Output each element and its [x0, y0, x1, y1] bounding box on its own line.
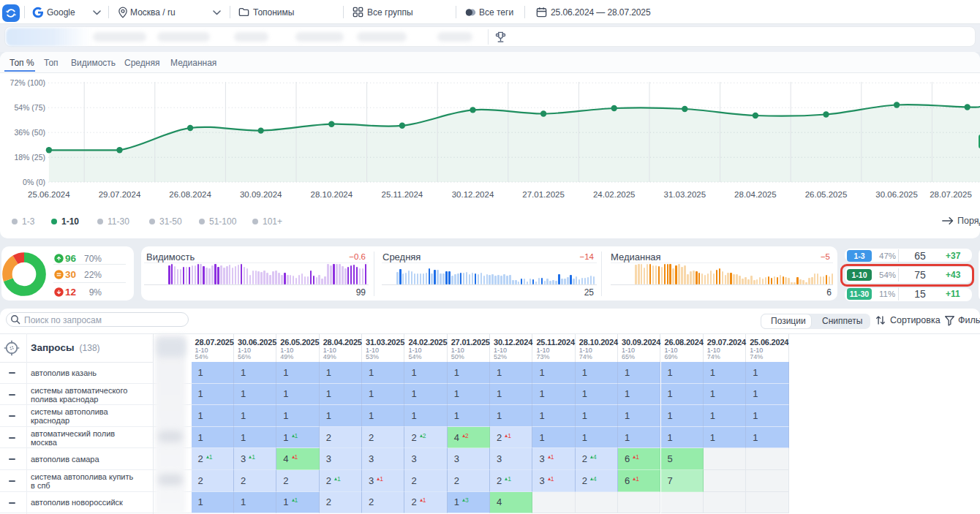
svg-text:26.08.2024: 26.08.2024: [169, 190, 211, 199]
svg-text:25.06.2024: 25.06.2024: [28, 190, 70, 199]
svg-text:29.07.2024: 29.07.2024: [99, 190, 141, 199]
svg-text:54% (75): 54% (75): [14, 103, 45, 112]
svg-text:30.06.2025: 30.06.2025: [875, 190, 918, 199]
svg-text:25.11.2024: 25.11.2024: [382, 190, 423, 199]
svg-text:18% (25): 18% (25): [14, 153, 45, 162]
svg-text:0% (0): 0% (0): [23, 178, 45, 186]
svg-text:31.03.2025: 31.03.2025: [664, 190, 706, 199]
svg-text:28.04.2025: 28.04.2025: [734, 190, 777, 199]
svg-text:36% (50): 36% (50): [14, 128, 45, 137]
svg-text:30.12.2024: 30.12.2024: [452, 190, 494, 199]
svg-text:30.09.2024: 30.09.2024: [240, 190, 282, 199]
svg-text:27.01.2025: 27.01.2025: [522, 190, 565, 199]
svg-text:26.05.2025: 26.05.2025: [805, 190, 848, 199]
svg-text:28.10.2024: 28.10.2024: [311, 190, 353, 199]
svg-text:28.07.2025: 28.07.2025: [930, 190, 972, 199]
svg-text:24.02.2025: 24.02.2025: [593, 190, 636, 199]
svg-text:72% (100): 72% (100): [10, 78, 45, 87]
